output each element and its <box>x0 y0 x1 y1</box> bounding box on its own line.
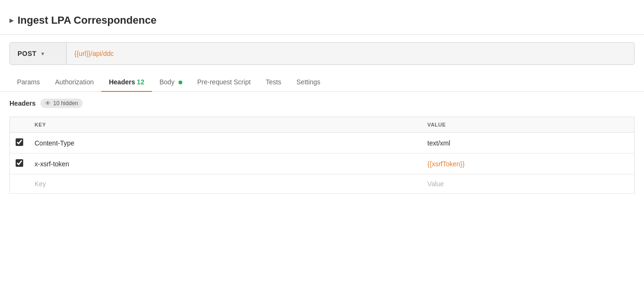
checkbox-cell <box>10 154 29 174</box>
col-value-header: VALUE <box>422 117 635 133</box>
headers-row: Headers 👁 10 hidden <box>9 99 635 108</box>
header-value: text/xml <box>428 139 450 147</box>
hidden-count: 10 hidden <box>53 100 78 107</box>
value-cell: text/xml <box>422 133 635 154</box>
collapse-arrow-icon[interactable]: ▶ <box>9 17 14 24</box>
hidden-badge[interactable]: 👁 10 hidden <box>40 99 83 108</box>
url-input[interactable] <box>67 43 634 64</box>
tab-settings[interactable]: Settings <box>289 72 328 91</box>
header-value-variable: {{xsrfToken}} <box>428 160 465 168</box>
key-value: x-xsrf-token <box>35 160 69 168</box>
key-cell: Content-Type <box>29 133 422 154</box>
col-key-header: KEY <box>29 117 422 133</box>
tab-pre-request-script[interactable]: Pre-request Script <box>190 72 259 91</box>
value-placeholder: Value <box>428 180 444 188</box>
headers-section: Headers 👁 10 hidden <box>0 92 644 112</box>
url-bar: POST ▼ <box>9 42 635 65</box>
tab-tests[interactable]: Tests <box>258 72 289 91</box>
empty-key-cell[interactable]: Key <box>29 174 422 194</box>
headers-table: KEY VALUE Content-Type text/xml <box>9 117 635 194</box>
page-title: Ingest LPA Correspondence <box>18 14 156 27</box>
table-row: Content-Type text/xml <box>10 133 635 154</box>
tab-authorization[interactable]: Authorization <box>47 72 101 91</box>
method-label: POST <box>18 50 36 57</box>
title-section: ▶ Ingest LPA Correspondence <box>0 9 644 34</box>
page-container: ▶ Ingest LPA Correspondence POST ▼ Param… <box>0 0 644 308</box>
row-checkbox[interactable] <box>16 159 23 167</box>
table-row: x-xsrf-token {{xsrfToken}} <box>10 154 635 174</box>
key-value: Content-Type <box>35 139 74 147</box>
empty-value-cell[interactable]: Value <box>422 174 635 194</box>
row-checkbox[interactable] <box>16 138 23 146</box>
headers-label: Headers <box>9 100 36 107</box>
method-selector[interactable]: POST ▼ <box>10 43 67 64</box>
tabs-section: Params Authorization Headers 12 Body Pre… <box>0 72 644 92</box>
headers-count: 12 <box>137 78 144 86</box>
key-cell: x-xsrf-token <box>29 154 422 174</box>
eye-icon: 👁 <box>45 100 51 107</box>
tab-params[interactable]: Params <box>9 72 47 91</box>
body-dot-icon <box>179 81 182 84</box>
checkbox-cell <box>10 133 29 154</box>
value-cell: {{xsrfToken}} <box>422 154 635 174</box>
method-dropdown-icon: ▼ <box>40 51 45 56</box>
tab-body[interactable]: Body <box>152 72 190 91</box>
empty-row: Key Value <box>10 174 635 194</box>
key-placeholder: Key <box>35 180 46 188</box>
empty-checkbox-cell <box>10 174 29 194</box>
col-checkbox <box>10 117 29 133</box>
divider <box>0 34 644 35</box>
tab-headers[interactable]: Headers 12 <box>101 72 152 91</box>
